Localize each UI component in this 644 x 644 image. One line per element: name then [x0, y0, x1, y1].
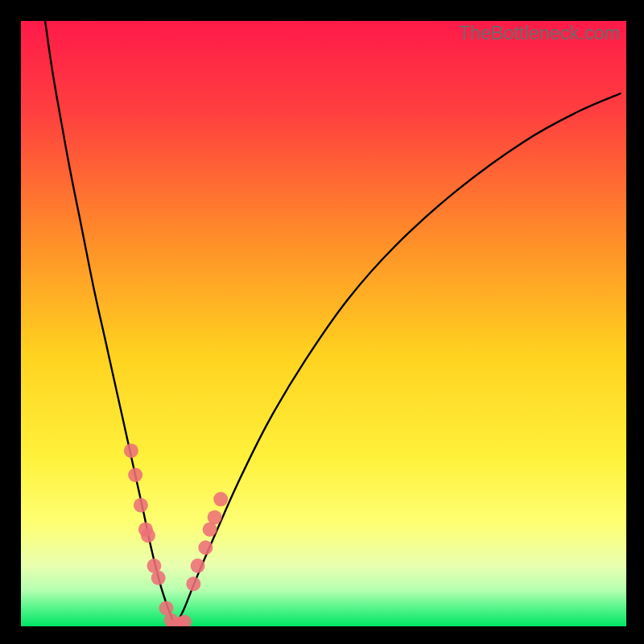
marker-dot: [151, 571, 166, 585]
marker-dot: [177, 615, 192, 626]
marker-dot: [124, 444, 138, 458]
marker-dot: [128, 468, 142, 482]
marker-dot: [198, 540, 213, 555]
curve-left-curve: [45, 21, 175, 626]
marker-dot: [141, 528, 155, 543]
chart-frame: TheBottleneck.com: [0, 0, 644, 644]
marker-dot: [213, 492, 228, 506]
marker-dot: [186, 576, 200, 591]
marker-dot: [208, 510, 222, 525]
marker-dot: [191, 559, 205, 573]
curves-layer: [21, 21, 626, 626]
plot-area: TheBottleneck.com: [21, 21, 626, 626]
curve-right-curve: [175, 93, 621, 626]
marker-dot: [134, 498, 148, 513]
